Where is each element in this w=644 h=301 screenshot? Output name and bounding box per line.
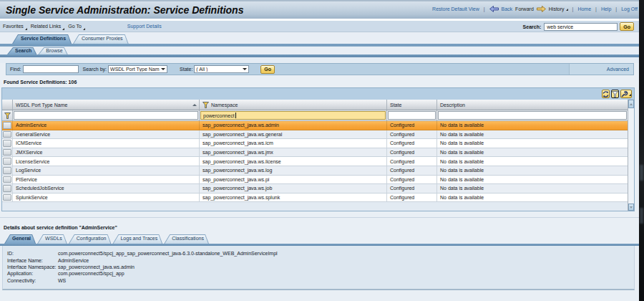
- help-link[interactable]: Help: [601, 6, 611, 11]
- row-selector[interactable]: [2, 176, 13, 184]
- cell-namespace[interactable]: sap_powerconnect_java.ws.admin: [200, 121, 387, 130]
- cell-namespace[interactable]: sap_powerconnect_java.ws.license: [200, 157, 387, 166]
- scroll-up-button[interactable]: [628, 100, 634, 108]
- tab-consumer-proxies[interactable]: Consumer Proxies: [73, 34, 129, 44]
- row-selector[interactable]: [2, 139, 13, 148]
- cell-namespace[interactable]: sap_powerconnect_java.ws.log: [200, 166, 387, 175]
- table-row[interactable]: JMXService sap_powerconnect_java.ws.jmx …: [2, 148, 634, 158]
- tab-configuration[interactable]: Configuration: [69, 234, 112, 244]
- row-selector[interactable]: [2, 184, 13, 193]
- header-wsdl-port-type-name[interactable]: WSDL Port Type Name: [13, 100, 200, 110]
- cell-wsdl-port-type-name[interactable]: PIService: [13, 176, 200, 184]
- top-search-go-button[interactable]: Go: [620, 22, 634, 31]
- row-selector-button[interactable]: [3, 131, 11, 138]
- filter-state-input[interactable]: [388, 111, 436, 120]
- row-selector[interactable]: [2, 130, 13, 139]
- cell-description[interactable]: No data is available: [437, 157, 628, 166]
- cell-description[interactable]: No data is available: [437, 176, 628, 184]
- back-link[interactable]: Back: [502, 6, 513, 11]
- cell-namespace[interactable]: sap_powerconnect_java.ws.jmx: [200, 148, 387, 157]
- cell-state[interactable]: Configured: [387, 121, 437, 130]
- cell-state[interactable]: Configured: [387, 176, 437, 184]
- cell-state[interactable]: Configured: [387, 166, 437, 175]
- row-selector-button[interactable]: [3, 158, 11, 165]
- cell-wsdl-port-type-name[interactable]: SplunkService: [13, 194, 200, 202]
- settings-button[interactable]: [620, 90, 632, 98]
- cell-state[interactable]: Configured: [387, 130, 437, 139]
- row-selector[interactable]: [2, 121, 13, 130]
- cell-state[interactable]: Configured: [387, 194, 437, 202]
- menu-favorites[interactable]: Favorites: [3, 24, 27, 29]
- cell-wsdl-port-type-name[interactable]: ICMService: [13, 139, 200, 148]
- cell-wsdl-port-type-name[interactable]: AdminService: [13, 121, 200, 130]
- row-selector-button[interactable]: [3, 122, 11, 129]
- row-selector[interactable]: [2, 157, 13, 166]
- history-menu[interactable]: History: [549, 6, 568, 11]
- scroll-down-button[interactable]: [628, 204, 634, 211]
- advanced-link[interactable]: Advanced: [607, 67, 629, 72]
- row-selector-button[interactable]: [3, 176, 11, 183]
- row-selector[interactable]: [2, 194, 13, 202]
- cell-description[interactable]: No data is available: [437, 194, 628, 202]
- header-description[interactable]: Description: [437, 100, 628, 110]
- header-namespace[interactable]: Namespace: [200, 100, 387, 110]
- header-selector-cell[interactable]: [2, 100, 13, 110]
- cell-description[interactable]: No data is available: [437, 121, 628, 130]
- forward-link[interactable]: Forward: [515, 6, 534, 11]
- cell-description[interactable]: No data is available: [437, 166, 628, 175]
- find-go-button[interactable]: Go: [260, 65, 275, 74]
- row-selector-button[interactable]: [3, 140, 11, 147]
- cell-wsdl-port-type-name[interactable]: GeneralService: [13, 130, 200, 139]
- logoff-link[interactable]: Log Off: [621, 6, 638, 11]
- cell-wsdl-port-type-name[interactable]: JMXService: [13, 148, 200, 157]
- home-link[interactable]: Home: [577, 6, 591, 11]
- cell-namespace[interactable]: sap_powerconnect_java.ws.pi: [200, 176, 387, 184]
- filter-selector-cell[interactable]: [2, 110, 13, 120]
- cell-state[interactable]: Configured: [387, 184, 437, 193]
- restore-default-view-link[interactable]: Restore Default View: [432, 6, 479, 11]
- filter-button[interactable]: [611, 90, 619, 98]
- menu-related-links[interactable]: Related Links: [31, 24, 64, 29]
- cell-description[interactable]: No data is available: [437, 130, 628, 139]
- cell-state[interactable]: Configured: [387, 139, 437, 148]
- tab-search[interactable]: Search: [7, 47, 36, 54]
- top-search-input[interactable]: web service: [544, 23, 618, 31]
- cell-namespace[interactable]: sap_powerconnect_java.ws.splunk: [200, 194, 387, 202]
- search-by-select[interactable]: WSDL Port Type Nam: [108, 65, 167, 73]
- row-selector-button[interactable]: [3, 167, 11, 174]
- state-select[interactable]: ( All ): [194, 65, 249, 73]
- cell-description[interactable]: No data is available: [437, 139, 628, 148]
- table-vertical-scrollbar[interactable]: [628, 100, 634, 211]
- tab-general[interactable]: General: [4, 234, 36, 244]
- tab-logs-and-traces[interactable]: Logs and Traces: [112, 234, 162, 244]
- find-input[interactable]: [23, 65, 79, 73]
- menu-go-to[interactable]: Go To: [68, 24, 85, 29]
- row-selector[interactable]: [2, 166, 13, 175]
- support-details-link[interactable]: Support Details: [127, 24, 162, 29]
- cell-description[interactable]: No data is available: [437, 148, 628, 157]
- tab-wsdls[interactable]: WSDLs: [37, 234, 67, 244]
- cell-description[interactable]: No data is available: [437, 184, 628, 193]
- filter-namespace-input[interactable]: powerconnect: [200, 111, 386, 120]
- cell-state[interactable]: Configured: [387, 157, 437, 166]
- back-icon[interactable]: [489, 6, 499, 12]
- refresh-button[interactable]: [602, 90, 610, 98]
- cell-state[interactable]: Configured: [387, 148, 437, 157]
- filter-description-input[interactable]: [438, 111, 627, 120]
- row-selector-button[interactable]: [3, 185, 11, 192]
- filter-name-input[interactable]: [14, 111, 198, 120]
- tab-service-definitions[interactable]: Service Definitions: [12, 34, 72, 44]
- header-state[interactable]: State: [387, 100, 437, 110]
- table-row[interactable]: PIService sap_powerconnect_java.ws.pi Co…: [2, 176, 634, 185]
- row-selector-button[interactable]: [3, 149, 11, 156]
- tab-browse[interactable]: Browse: [38, 47, 67, 54]
- table-row[interactable]: AdminService sap_powerconnect_java.ws.ad…: [2, 121, 634, 130]
- row-selector-button[interactable]: [3, 194, 11, 201]
- tab-classifications[interactable]: Classifications: [164, 234, 209, 244]
- forward-icon[interactable]: [537, 6, 546, 12]
- cell-namespace[interactable]: sap_powerconnect_java.ws.job: [200, 184, 387, 193]
- table-row[interactable]: LogService sap_powerconnect_java.ws.log …: [2, 166, 634, 176]
- cell-namespace[interactable]: sap_powerconnect_java.ws.icm: [200, 139, 387, 148]
- cell-wsdl-port-type-name[interactable]: LicenseService: [13, 157, 200, 166]
- table-row[interactable]: GeneralService sap_powerconnect_java.ws.…: [2, 130, 634, 140]
